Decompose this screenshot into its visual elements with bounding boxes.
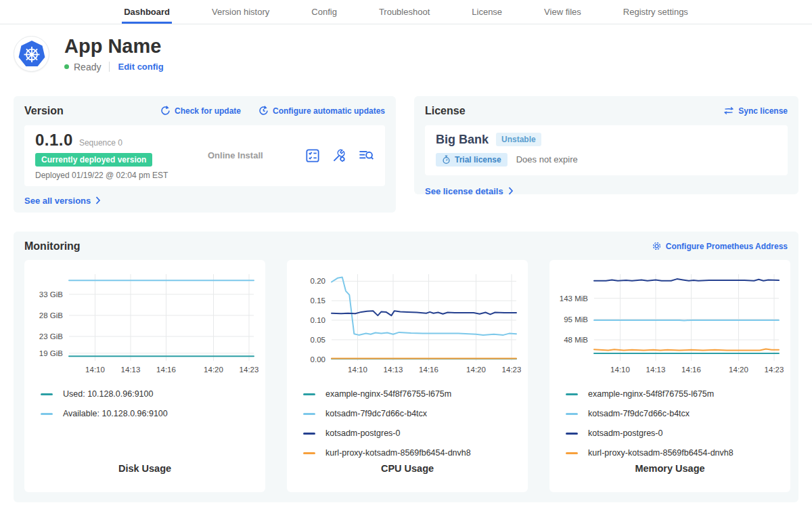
license-title: License <box>425 105 466 117</box>
legend-swatch <box>41 393 53 395</box>
legend-item: kurl-proxy-kotsadm-8569fb6454-dnvh8 <box>303 443 521 463</box>
legend-item: example-nginx-54f8f76755-l675m <box>566 385 784 404</box>
memory-usage-chart: 48 MiB95 MiB143 MiB14:1014:1314:1614:201… <box>556 265 784 379</box>
logs-search-icon <box>358 148 374 163</box>
tab-license[interactable]: License <box>470 0 504 24</box>
svg-text:14:16: 14:16 <box>681 366 701 374</box>
svg-text:14:16: 14:16 <box>156 366 176 374</box>
cpu-usage-title: CPU Usage <box>294 463 521 474</box>
disk-usage-chart: 19 GiB23 GiB28 GiB33 GiB14:1014:1314:161… <box>31 265 258 379</box>
version-panel: Version Check for update Configure au <box>14 96 396 213</box>
see-license-details-link[interactable]: See license details <box>425 186 514 196</box>
top-nav: Dashboard Version history Config Trouble… <box>0 0 812 24</box>
memory-usage-title: Memory Usage <box>556 463 784 474</box>
tab-dashboard[interactable]: Dashboard <box>122 0 172 24</box>
configure-prometheus-label: Configure Prometheus Address <box>666 242 788 251</box>
legend-swatch <box>566 393 578 395</box>
svg-text:14:20: 14:20 <box>466 366 486 374</box>
legend-item: example-nginx-54f8f76755-l675m <box>303 385 521 404</box>
svg-text:14:10: 14:10 <box>85 366 105 374</box>
legend-label: Used: 10.128.0.96:9100 <box>63 389 153 399</box>
svg-text:143 MiB: 143 MiB <box>560 294 589 302</box>
legend-item: kurl-proxy-kotsadm-8569fb6454-dnvh8 <box>566 443 784 463</box>
page-title: App Name <box>64 36 164 58</box>
deployed-timestamp: Deployed 01/19/22 @ 02:04 pm EST <box>35 171 181 180</box>
legend-swatch <box>566 433 578 435</box>
legend-label: kotsadm-postgres-0 <box>325 429 400 438</box>
memory-usage-card: 48 MiB95 MiB143 MiB14:1014:1314:1614:201… <box>549 260 790 492</box>
configure-automatic-updates-button[interactable]: Configure automatic updates <box>258 106 385 116</box>
deployed-badge: Currently deployed version <box>35 153 152 167</box>
edit-config-icon-button[interactable] <box>332 148 346 163</box>
sync-icon <box>723 106 734 115</box>
legend-item: Used: 10.128.0.96:9100 <box>41 385 258 404</box>
legend-item: kotsadm-7f9dc7d66c-b4tcx <box>303 404 521 424</box>
svg-text:14:16: 14:16 <box>419 366 438 374</box>
svg-text:0.05: 0.05 <box>311 336 325 344</box>
refresh-icon <box>160 106 171 116</box>
disk-usage-title: Disk Usage <box>31 463 258 474</box>
trial-license-badge: Trial license <box>436 153 508 167</box>
see-all-versions-label: See all versions <box>24 196 91 206</box>
preflight-checks-button[interactable] <box>305 148 320 163</box>
version-sequence: Sequence 0 <box>79 138 122 148</box>
sync-license-button[interactable]: Sync license <box>723 106 788 116</box>
legend-label: kurl-proxy-kotsadm-8569fb6454-dnvh8 <box>588 448 734 458</box>
version-number: 0.1.0 <box>35 131 73 150</box>
svg-text:0.00: 0.00 <box>311 355 325 364</box>
tab-registry-settings[interactable]: Registry settings <box>621 0 690 24</box>
svg-text:19 GiB: 19 GiB <box>39 349 63 357</box>
check-for-update-button[interactable]: Check for update <box>160 106 241 116</box>
see-all-versions-link[interactable]: See all versions <box>24 196 101 206</box>
svg-text:0.20: 0.20 <box>311 277 325 285</box>
trial-license-label: Trial license <box>455 155 501 164</box>
svg-text:14:23: 14:23 <box>765 366 784 374</box>
svg-text:14:20: 14:20 <box>204 366 223 374</box>
legend-item: Available: 10.128.0.96:9100 <box>41 404 258 424</box>
svg-text:14:23: 14:23 <box>502 366 521 374</box>
gear-icon <box>652 241 662 251</box>
svg-text:48 MiB: 48 MiB <box>564 336 588 344</box>
legend-swatch <box>41 413 53 415</box>
cpu-usage-legend: example-nginx-54f8f76755-l675m kotsadm-7… <box>303 385 521 463</box>
legend-item: kotsadm-7f9dc7d66c-b4tcx <box>566 404 784 424</box>
chevron-right-icon <box>508 187 514 195</box>
current-version-card: 0.1.0 Sequence 0 Currently deployed vers… <box>24 125 385 186</box>
disk-usage-legend: Used: 10.128.0.96:9100 Available: 10.128… <box>41 385 258 424</box>
tab-troubleshoot[interactable]: Troubleshoot <box>377 0 432 24</box>
svg-text:14:23: 14:23 <box>240 366 258 374</box>
svg-text:14:20: 14:20 <box>729 366 748 374</box>
configure-prometheus-button[interactable]: Configure Prometheus Address <box>652 241 788 251</box>
legend-label: kotsadm-7f9dc7d66c-b4tcx <box>325 409 427 418</box>
svg-text:14:10: 14:10 <box>610 366 630 374</box>
checklist-icon <box>305 148 320 163</box>
clock-refresh-icon <box>258 106 269 116</box>
install-type-label: Online Install <box>208 150 263 160</box>
svg-text:14:13: 14:13 <box>121 366 141 374</box>
status-text: Ready <box>74 62 101 72</box>
disk-usage-card: 19 GiB23 GiB28 GiB33 GiB14:1014:1314:161… <box>24 260 265 492</box>
see-license-details-label: See license details <box>425 186 503 196</box>
legend-item: kotsadm-postgres-0 <box>303 424 521 443</box>
legend-label: Available: 10.128.0.96:9100 <box>63 409 168 418</box>
tab-config[interactable]: Config <box>309 0 339 24</box>
svg-text:0.10: 0.10 <box>311 316 325 324</box>
memory-usage-legend: example-nginx-54f8f76755-l675m kotsadm-7… <box>566 385 784 463</box>
channel-badge: Unstable <box>496 133 541 146</box>
edit-config-link[interactable]: Edit config <box>118 62 163 72</box>
status-dot <box>64 64 69 69</box>
legend-swatch <box>303 393 315 395</box>
legend-label: kotsadm-postgres-0 <box>588 429 662 438</box>
legend-swatch <box>566 452 578 454</box>
legend-swatch <box>303 433 315 435</box>
license-panel: License Sync license Big Bank Unstable <box>414 96 798 194</box>
view-logs-button[interactable] <box>358 148 374 163</box>
sync-license-label: Sync license <box>738 106 788 116</box>
svg-text:0.15: 0.15 <box>311 297 325 305</box>
legend-swatch <box>566 413 578 415</box>
svg-text:14:10: 14:10 <box>348 366 367 374</box>
configure-automatic-updates-label: Configure automatic updates <box>273 106 385 116</box>
tab-view-files[interactable]: View files <box>542 0 583 24</box>
check-for-update-label: Check for update <box>175 106 241 116</box>
tab-version-history[interactable]: Version history <box>210 0 271 24</box>
